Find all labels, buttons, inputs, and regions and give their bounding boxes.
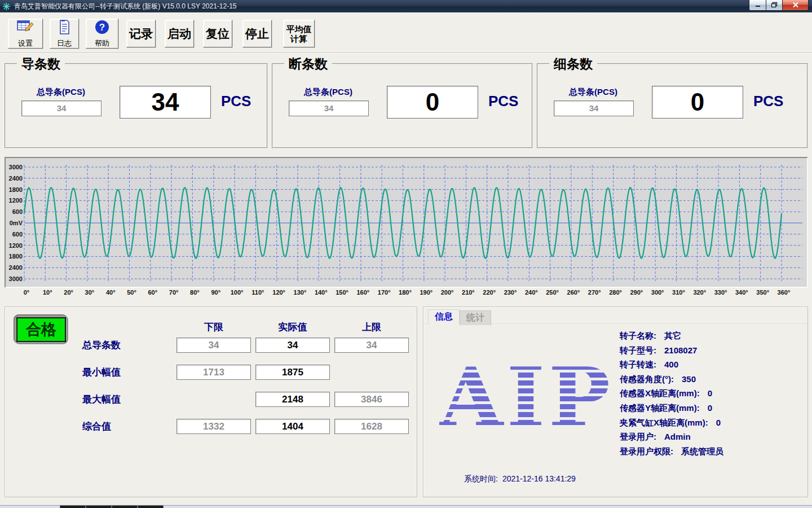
info-field-value: 0 <box>708 403 712 413</box>
waveform-plot-area: 30002400180012006000mV600120018002400300… <box>5 157 808 288</box>
svg-text:0mV: 0mV <box>10 220 23 226</box>
results-upper-value: 34 <box>334 338 409 353</box>
results-row-label: 最小幅值 <box>82 365 121 380</box>
info-field: 登录用户:Admin <box>620 432 723 446</box>
info-field-value: 其它 <box>664 331 681 340</box>
toolbar-button-label: 复位 <box>206 26 230 42</box>
info-field-value: Admin <box>664 432 691 441</box>
x-axis-tick-label: 360° <box>771 289 796 296</box>
svg-text:1200: 1200 <box>9 242 23 249</box>
taskbar-window-button[interactable] <box>60 505 86 508</box>
restore-button[interactable] <box>766 0 783 11</box>
count-value-box: 0 <box>387 86 478 119</box>
total-bars-label: 总导条(PCS) <box>21 87 100 98</box>
info-field-value: 0 <box>716 418 721 427</box>
results-upper-value: 1628 <box>334 419 409 434</box>
tab-stats[interactable]: 统计 <box>460 310 491 325</box>
results-lower-value: 34 <box>176 338 251 353</box>
system-time: 系统时间:2021-12-16 13:41:29 <box>464 474 576 484</box>
taskbar-window-button[interactable] <box>138 505 164 508</box>
panel-title: 导条数 <box>17 55 65 73</box>
toolbar-button-log[interactable]: 日志 <box>50 19 79 49</box>
unit-label: PCS <box>753 93 783 110</box>
info-field: 转子名称:其它 <box>620 331 723 345</box>
toolbar-button-label: 启动 <box>167 26 191 42</box>
svg-text:600: 600 <box>12 208 23 215</box>
count-value-box: 0 <box>652 86 743 119</box>
toolbar: 设置日志?帮助记录启动复位停止平均值 计算 <box>0 12 812 52</box>
results-panel: 合格 下限实际值上限总导条数343434最小幅值17131875最大幅值2148… <box>5 306 417 497</box>
info-field-label: 传感器角度(°): <box>620 374 674 384</box>
waveform-chart: 30002400180012006000mV600120018002400300… <box>5 157 808 299</box>
chart-x-axis-labels: 0°10°20°30°40°50°60°70°80°90°100°110°120… <box>5 289 808 299</box>
svg-text:2400: 2400 <box>9 264 23 271</box>
info-field: 转子转速:400 <box>620 360 723 374</box>
info-field-list: 转子名称:其它转子型号:2108027转子转速:400传感器角度(°):350传… <box>620 331 723 461</box>
info-field: 传感器Y轴距离(mm):0 <box>620 403 723 418</box>
settings-icon <box>16 19 34 37</box>
aip-logo: AIP <box>439 357 614 439</box>
results-row-label: 最大幅值 <box>82 392 121 407</box>
info-field: 传感器X轴距离(mm):0 <box>620 388 723 403</box>
panel-title: 细条数 <box>549 55 597 73</box>
info-field-value: 350 <box>682 374 696 384</box>
results-column-header: 实际值 <box>255 321 330 334</box>
app-icon <box>2 2 11 11</box>
svg-text:600: 600 <box>12 231 23 238</box>
minimize-icon <box>754 0 761 10</box>
toolbar-button-stop[interactable]: 停止 <box>242 20 272 47</box>
total-bars-field: 34 <box>289 100 369 116</box>
app-window: 青岛艾普智能仪器有限公司--转子测试系统 (新板) V15.0.0 LSY 20… <box>0 0 812 504</box>
info-field-label: 转子转速: <box>620 360 656 369</box>
panel-broken-bar-count: 断条数总导条(PCS)340PCS <box>272 63 533 148</box>
restore-icon <box>771 0 778 10</box>
svg-text:1200: 1200 <box>9 197 23 204</box>
svg-text:2400: 2400 <box>9 175 23 182</box>
svg-text:?: ? <box>99 22 105 33</box>
toolbar-button-settings[interactable]: 设置 <box>8 19 43 49</box>
results-actual-value: 1875 <box>255 365 330 380</box>
toolbar-button-reset[interactable]: 复位 <box>203 20 232 47</box>
close-icon <box>792 0 799 10</box>
total-bars-field: 34 <box>21 100 102 116</box>
results-actual-value: 34 <box>255 338 330 353</box>
results-lower-value: 1332 <box>176 419 251 434</box>
info-field: 夹紧气缸X轴距离(mm):0 <box>620 418 723 432</box>
toolbar-button-average[interactable]: 平均值 计算 <box>283 20 315 47</box>
close-button[interactable] <box>783 0 809 11</box>
unit-label: PCS <box>488 93 518 110</box>
total-bars-label: 总导条(PCS) <box>289 87 368 98</box>
info-field: 登录用户权限:系统管理员 <box>620 446 723 461</box>
info-field-label: 转子名称: <box>620 331 656 340</box>
results-column-header: 下限 <box>176 321 251 334</box>
toolbar-button-help[interactable]: ?帮助 <box>86 19 118 49</box>
system-time-value: 2021-12-16 13:41:29 <box>502 474 576 483</box>
total-bars-field: 34 <box>554 100 634 116</box>
panel-guide-bar-count: 导条数总导条(PCS)3434PCS <box>5 63 268 148</box>
total-bars-label: 总导条(PCS) <box>554 87 633 98</box>
taskbar-window-button[interactable] <box>86 505 112 508</box>
info-field-label: 传感器X轴距离(mm): <box>620 388 700 398</box>
results-row-label: 综合值 <box>82 419 111 434</box>
titlebar: 青岛艾普智能仪器有限公司--转子测试系统 (新板) V15.0.0 LSY 20… <box>0 0 812 12</box>
info-field-label: 登录用户: <box>620 432 656 441</box>
help-icon: ? <box>94 19 110 37</box>
system-time-label: 系统时间: <box>464 474 498 483</box>
window-controls <box>749 0 809 11</box>
desktop: 青岛艾普智能仪器有限公司--转子测试系统 (新板) V15.0.0 LSY 20… <box>0 0 812 508</box>
info-field-value: 2108027 <box>664 345 697 355</box>
minimize-button[interactable] <box>749 0 766 11</box>
info-field-label: 夹紧气缸X轴距离(mm): <box>620 418 708 427</box>
window-title: 青岛艾普智能仪器有限公司--转子测试系统 (新板) V15.0.0 LSY 20… <box>14 2 237 11</box>
info-field-label: 登录用户权限: <box>620 446 673 456</box>
count-value-box: 34 <box>120 86 211 119</box>
info-panel: AIP 转子名称:其它转子型号:2108027转子转速:400传感器角度(°):… <box>423 306 808 497</box>
log-icon <box>58 19 71 37</box>
tab-info[interactable]: 信息 <box>428 309 460 324</box>
results-actual-value: 1404 <box>255 419 330 434</box>
toolbar-button-start[interactable]: 启动 <box>165 20 194 47</box>
results-actual-value: 2148 <box>255 392 330 407</box>
svg-text:1800: 1800 <box>9 253 23 260</box>
taskbar-window-button[interactable] <box>112 505 138 508</box>
toolbar-button-record[interactable]: 记录 <box>126 20 156 47</box>
